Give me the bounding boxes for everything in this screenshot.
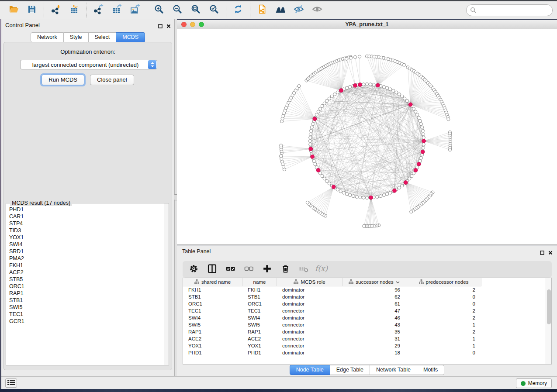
column-header-predecessor-nodes[interactable]: predecessor nodes <box>406 278 481 286</box>
column-header-MCDS-role[interactable]: MCDS role <box>277 278 343 286</box>
select-all-rows-icon <box>225 264 235 275</box>
run-mcds-button[interactable]: Run MCDS <box>42 75 84 85</box>
table-row[interactable]: PHD1PHD1dominator180 <box>183 349 546 356</box>
export-network-button[interactable] <box>89 2 107 18</box>
mcds-result-item[interactable]: STB1 <box>9 297 164 304</box>
mcds-result-item[interactable]: GCR1 <box>9 318 164 325</box>
column-header-shared-name[interactable]: shared name <box>183 278 242 286</box>
open-file-button[interactable] <box>4 2 23 18</box>
column-header-successor-nodes[interactable]: successor nodes <box>343 278 406 286</box>
table-cell: SWI4 <box>183 315 242 320</box>
table-row[interactable]: STB1STB1dominator620 <box>183 293 546 300</box>
optimization-select[interactable]: largest connected component (undirected) <box>20 60 157 69</box>
table-cell: ACE2 <box>242 336 277 341</box>
table-row[interactable]: SWI4SWI4dominator462 <box>183 314 546 321</box>
network-window-title: YPA_prune.txt_1 <box>177 21 557 28</box>
table-row[interactable]: RAP1RAP1dominator352 <box>183 328 546 335</box>
tab-network-table[interactable]: Network Table <box>370 365 417 375</box>
tab-node-table[interactable]: Node Table <box>290 365 330 375</box>
mcds-result-item[interactable]: SWI4 <box>9 241 164 248</box>
mcds-result-item[interactable]: TID3 <box>9 227 164 234</box>
mcds-result-list[interactable]: PHD1CAR1STP4TID3YOX1SWI4SRD1PMA2FKH1ACE2… <box>6 204 164 365</box>
mcds-result-item[interactable]: YOX1 <box>9 234 164 241</box>
refresh-button[interactable] <box>229 2 247 18</box>
table-scrollbar-thumb[interactable] <box>547 289 551 324</box>
table-row[interactable]: FKH1FKH1dominator962 <box>183 286 546 293</box>
network-canvas[interactable] <box>177 29 557 245</box>
import-table-button[interactable] <box>65 2 83 18</box>
tab-edge-table[interactable]: Edge Table <box>330 365 370 375</box>
tab-style[interactable]: Style <box>64 32 89 42</box>
mcds-result-item[interactable]: CAR1 <box>9 213 164 220</box>
binoculars-button[interactable] <box>271 2 290 18</box>
add-column-icon <box>262 264 272 275</box>
close-table-panel-icon[interactable] <box>548 249 553 257</box>
table-column-type-icon <box>294 279 298 285</box>
mcds-result-item[interactable]: STP4 <box>9 220 164 227</box>
zoom-selected-button[interactable] <box>205 2 223 18</box>
tab-mcds[interactable]: MCDS <box>116 32 145 42</box>
table-cell: 2 <box>406 287 481 292</box>
search-input[interactable] <box>466 4 553 16</box>
network-graph[interactable] <box>177 29 557 245</box>
table-cell: PHD1 <box>242 350 277 355</box>
open-file-icon <box>8 4 19 16</box>
mcds-result-item[interactable]: PHD1 <box>9 206 164 213</box>
mcds-result-item[interactable]: ORC1 <box>9 283 164 290</box>
table-row[interactable]: TEC1TEC1connector472 <box>183 307 546 314</box>
table-cell: ORC1 <box>242 301 277 306</box>
deselect-all-rows-button[interactable] <box>243 264 254 275</box>
close-panel-button[interactable]: Close panel <box>90 75 134 85</box>
mcds-result-scrollbar[interactable] <box>164 203 169 365</box>
column-header-name[interactable]: name <box>242 278 277 286</box>
mcds-result-item[interactable]: RAP1 <box>9 290 164 297</box>
table-cell: dominator <box>277 287 343 292</box>
table-row[interactable]: ORC1ORC1dominator610 <box>183 300 546 307</box>
toolbar-separator <box>86 3 86 17</box>
table-row[interactable]: YOX1YOX1connector291 <box>183 342 546 349</box>
import-network-button[interactable] <box>47 2 65 18</box>
table-row[interactable]: ACE2ACE2connector311 <box>183 335 546 342</box>
add-column-button[interactable] <box>261 264 273 275</box>
optimization-select-value: largest connected component (undirected) <box>21 62 148 68</box>
mcds-result-item[interactable]: PMA2 <box>9 255 164 262</box>
table-panel-title: Table Panel <box>182 248 211 254</box>
mcds-result-item[interactable]: TEC1 <box>9 311 164 318</box>
toolbar-separator <box>147 3 147 17</box>
table-row[interactable]: SWI5SWI5connector431 <box>183 321 546 328</box>
clone-network-icon <box>257 4 267 16</box>
function-builder-button: f(x) <box>316 264 328 275</box>
mcds-result-item[interactable]: FKH1 <box>9 262 164 269</box>
table-scrollbar[interactable] <box>546 278 551 364</box>
tab-select[interactable]: Select <box>89 32 117 42</box>
clone-network-button[interactable] <box>253 2 271 18</box>
zoom-out-button[interactable] <box>168 2 187 18</box>
memory-button[interactable]: Memory <box>516 378 552 388</box>
table-column-type-icon <box>349 279 353 285</box>
task-history-button[interactable] <box>5 378 17 388</box>
zoom-in-button[interactable] <box>150 2 168 18</box>
mcds-result-item[interactable]: ACE2 <box>9 269 164 276</box>
save-session-button[interactable] <box>23 2 41 18</box>
mcds-result-item[interactable]: SWI5 <box>9 304 164 311</box>
select-all-rows-button[interactable] <box>225 264 236 275</box>
tab-motifs[interactable]: Motifs <box>417 365 444 375</box>
export-image-button[interactable] <box>126 2 144 18</box>
hide-selected-button[interactable] <box>290 2 308 18</box>
network-window-titlebar[interactable]: YPA_prune.txt_1 <box>177 20 557 29</box>
table-settings-gear-button[interactable] <box>188 264 199 275</box>
table-cell: 46 <box>343 315 406 320</box>
close-panel-icon[interactable] <box>166 22 171 30</box>
tab-network[interactable]: Network <box>31 32 64 42</box>
search-field-wrap <box>466 4 553 16</box>
float-table-panel-icon[interactable] <box>540 249 544 257</box>
zoom-fit-button[interactable] <box>187 2 205 18</box>
float-panel-icon[interactable] <box>158 22 163 30</box>
export-table-button[interactable] <box>107 2 126 18</box>
mcds-result-item[interactable]: STB5 <box>9 276 164 283</box>
delete-column-button[interactable] <box>280 264 291 275</box>
mcds-result-item[interactable]: SRD1 <box>9 248 164 255</box>
network-view-window: YPA_prune.txt_1 <box>177 19 557 245</box>
column-visibility-button[interactable] <box>206 264 218 275</box>
table-cell: RAP1 <box>242 329 277 334</box>
